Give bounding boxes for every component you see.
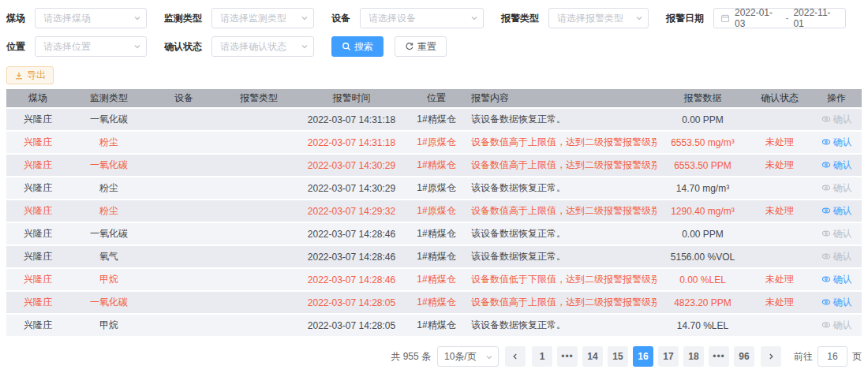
eye-icon [821, 229, 831, 238]
cell-location: 1#精煤仓 [405, 109, 468, 132]
confirm-button[interactable]: 确认 [821, 296, 852, 309]
page-size-select[interactable]: 10条/页 [437, 346, 499, 367]
cell-alarm-content: 设备数值高于上限值，达到二级报警报警级别。 [468, 292, 657, 315]
date-range-start[interactable]: 2022-01-03 [735, 7, 780, 29]
device-select-input[interactable] [360, 8, 484, 28]
cell-alarm-time: 2022-03-07 14:28:05 [298, 315, 405, 338]
eye-icon [821, 274, 831, 284]
goto-page-input[interactable] [817, 346, 847, 367]
confirm-button[interactable]: 确认 [821, 204, 852, 218]
chevron-down-icon [133, 13, 142, 23]
eye-icon [821, 183, 831, 192]
monitor-type-select[interactable] [211, 8, 314, 28]
coal-yard-select[interactable] [35, 8, 147, 28]
search-button[interactable]: 搜索 [331, 36, 383, 57]
page-button-96[interactable]: 96 [734, 346, 754, 367]
cell-device [148, 269, 219, 292]
page-button-17[interactable]: 17 [658, 346, 679, 367]
page-ellipsis[interactable]: ••• [557, 346, 578, 367]
confirm-button-label: 确认 [833, 181, 852, 195]
page-button-1[interactable]: 1 [532, 346, 552, 367]
page-button-14[interactable]: 14 [582, 346, 603, 367]
cell-monitor-type: 一氧化碳 [69, 155, 148, 177]
page-button-15[interactable]: 15 [608, 346, 628, 367]
cell-monitor-type: 粉尘 [69, 177, 148, 200]
chevron-right-icon [766, 352, 776, 361]
location-select[interactable] [35, 36, 147, 57]
chevron-down-icon [300, 42, 309, 51]
confirm-status-select-input[interactable] [211, 36, 314, 57]
confirm-button-label: 确认 [833, 159, 852, 172]
eye-icon [821, 252, 831, 261]
prev-page-button[interactable] [505, 346, 526, 367]
confirm-button-label: 确认 [833, 250, 852, 263]
confirm-status-label: 确认状态 [164, 40, 202, 54]
confirm-button[interactable]: 确认 [821, 273, 852, 286]
cell-location: 1#精煤仓 [405, 155, 468, 177]
cell-actions: 确认 [811, 292, 862, 315]
cell-actions: 确认 [811, 155, 862, 177]
filter-row-2: 位置 确认状态 搜索 重置 [6, 36, 862, 57]
search-icon [342, 42, 351, 51]
col-header-actions: 操作 [811, 89, 862, 109]
eye-icon [821, 206, 831, 215]
confirm-status-select[interactable] [211, 36, 314, 57]
chevron-down-icon [470, 13, 479, 23]
table-row: 兴隆庄 甲烷 2022-03-07 14:28:05 1#精煤仓 该设备数据恢复… [6, 315, 862, 338]
col-header-confirm-status: 确认状态 [748, 89, 811, 109]
cell-actions: 确认 [811, 132, 862, 155]
table-row: 兴隆庄 氧气 2022-03-07 14:28:46 1#精煤仓 该设备数据恢复… [6, 246, 862, 269]
chevron-down-icon [133, 42, 142, 51]
cell-device [148, 109, 219, 132]
page-buttons: 1•••1415161718•••96 [532, 346, 754, 367]
goto-suffix: 页 [852, 350, 862, 364]
confirm-button: 确认 [821, 250, 852, 263]
filter-location: 位置 [6, 36, 147, 57]
confirm-button[interactable]: 确认 [821, 159, 852, 172]
cell-alarm-time: 2022-03-07 14:31:18 [298, 109, 405, 132]
cell-coal-yard: 兴隆庄 [6, 246, 69, 269]
page-button-16[interactable]: 16 [633, 346, 653, 367]
refresh-icon [405, 42, 414, 51]
filter-confirm-status: 确认状态 [164, 36, 314, 57]
page-size-value: 10条/页 [444, 350, 477, 364]
cell-coal-yard: 兴隆庄 [6, 292, 69, 315]
chevron-down-icon [300, 13, 309, 23]
cell-alarm-type [219, 246, 298, 269]
cell-location: 1#精煤仓 [405, 269, 468, 292]
page-ellipsis[interactable]: ••• [709, 346, 729, 367]
confirm-button[interactable]: 确认 [821, 136, 852, 149]
alarm-date-range-picker[interactable]: 2022-01-03 - 2022-11-01 [713, 8, 846, 28]
cell-monitor-type: 一氧化碳 [69, 109, 148, 132]
alarm-type-select[interactable] [548, 8, 649, 28]
cell-device [148, 200, 219, 223]
col-header-device: 设备 [148, 89, 219, 109]
device-select[interactable] [360, 8, 484, 28]
alarm-records-page: 煤场 监测类型 设备 报警类型 [0, 8, 868, 367]
page-button-18[interactable]: 18 [683, 346, 704, 367]
cell-confirm-status [748, 315, 811, 338]
reset-button[interactable]: 重置 [395, 36, 447, 57]
col-header-alarm-data: 报警数据 [657, 89, 748, 109]
location-select-input[interactable] [35, 36, 147, 57]
cell-device [148, 132, 219, 155]
cell-alarm-time: 2022-03-07 14:30:29 [298, 155, 405, 177]
alarm-type-select-input[interactable] [548, 8, 649, 28]
export-button[interactable]: 导出 [6, 66, 54, 84]
pagination-total: 共 955 条 [391, 350, 431, 364]
cell-alarm-data: 6553.50 PPM [657, 155, 748, 177]
export-button-label: 导出 [27, 69, 46, 82]
monitor-type-select-input[interactable] [211, 8, 314, 28]
reset-button-label: 重置 [417, 40, 436, 54]
cell-alarm-content: 设备数值高于上限值，达到二级报警报警级别。 [468, 132, 657, 155]
next-page-button[interactable] [761, 346, 781, 367]
cell-coal-yard: 兴隆庄 [6, 200, 69, 223]
cell-coal-yard: 兴隆庄 [6, 177, 69, 200]
confirm-button: 确认 [821, 227, 852, 241]
calendar-icon [720, 13, 730, 23]
cell-alarm-data: 0.00 %LEL [657, 269, 748, 292]
coal-yard-select-input[interactable] [35, 8, 147, 28]
filter-device: 设备 [331, 8, 484, 28]
col-header-alarm-content: 报警内容 [468, 89, 657, 109]
date-range-end[interactable]: 2022-11-01 [793, 7, 839, 29]
